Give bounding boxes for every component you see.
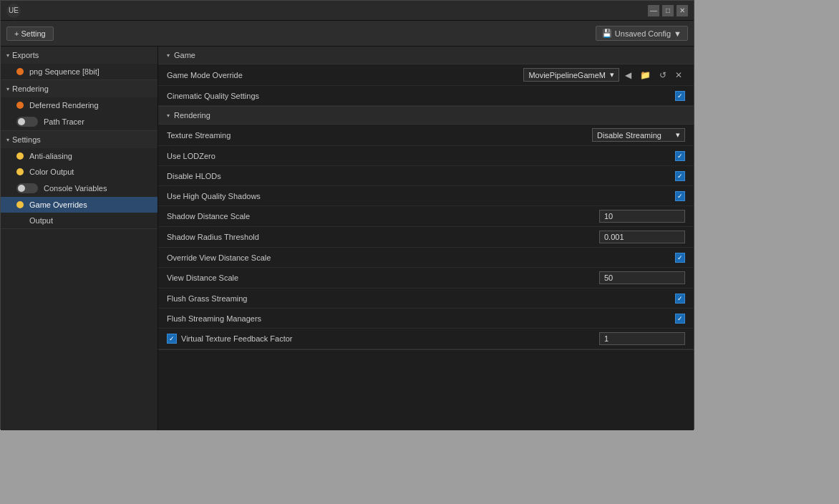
- toolbar: + Setting 💾 Unsaved Config ▼: [1, 21, 694, 47]
- disable-hlods-checkbox[interactable]: ✓: [675, 171, 685, 181]
- game-chevron-icon: ▾: [167, 52, 170, 59]
- flush-grass-streaming-control: ✓: [675, 294, 685, 304]
- rendering-section-header-right[interactable]: ▾ Rendering: [158, 107, 694, 125]
- add-setting-button[interactable]: + Setting: [6, 26, 54, 41]
- png-sequence-dot-icon: [16, 68, 24, 75]
- flush-grass-streaming-checkbox[interactable]: ✓: [675, 294, 685, 304]
- use-lodzero-row: Use LODZero ✓: [158, 146, 694, 166]
- settings-chevron-icon: ▾: [6, 137, 9, 143]
- rendering-chevron-icon: ▾: [6, 86, 9, 92]
- shadow-distance-scale-input[interactable]: [599, 210, 685, 223]
- dropdown-arrow-icon: ▾: [676, 130, 680, 140]
- virtual-texture-feedback-factor-row: ✓ Virtual Texture Feedback Factor: [158, 329, 694, 349]
- sidebar-item-game-overrides[interactable]: Game Overrides: [1, 197, 157, 213]
- nav-folder-button[interactable]: 📁: [637, 69, 654, 82]
- dropdown-arrow-icon: ▼: [674, 29, 682, 38]
- rendering-section-header[interactable]: ▾ Rendering: [1, 80, 157, 97]
- minimize-button[interactable]: —: [648, 5, 659, 16]
- flush-grass-streaming-row: Flush Grass Streaming ✓: [158, 289, 694, 309]
- nav-back-button[interactable]: ◀: [622, 69, 634, 82]
- title-bar-controls: — □ ✕: [648, 5, 688, 16]
- game-mode-dropdown[interactable]: MoviePipelineGameM ▾: [523, 68, 619, 82]
- nav-refresh-button[interactable]: ↺: [656, 69, 669, 82]
- exports-section: ▾ Exports png Sequence [8bit]: [1, 47, 157, 80]
- use-lodzero-checkbox[interactable]: ✓: [675, 151, 685, 161]
- sidebar-item-anti-aliasing[interactable]: Anti-aliasing: [1, 148, 157, 164]
- anti-aliasing-dot-icon: [16, 152, 24, 160]
- game-section-header[interactable]: ▾ Game: [158, 47, 694, 64]
- sidebar-item-path-tracer[interactable]: Path Tracer: [1, 113, 157, 130]
- sidebar: ▾ Exports png Sequence [8bit] ▾ Renderin…: [1, 47, 158, 430]
- sidebar-item-console-variables[interactable]: Console Variables: [1, 180, 157, 197]
- cinematic-quality-checkbox[interactable]: ✓: [675, 91, 685, 101]
- game-panel-section: ▾ Game Game Mode Override MoviePipelineG…: [158, 47, 694, 107]
- disable-hlods-row: Disable HLODs ✓: [158, 166, 694, 186]
- sidebar-item-color-output[interactable]: Color Output: [1, 164, 157, 180]
- view-distance-scale-input[interactable]: [599, 271, 685, 284]
- flush-streaming-managers-row: Flush Streaming Managers ✓: [158, 309, 694, 329]
- disable-hlods-control: ✓: [675, 171, 685, 181]
- virtual-texture-feedback-factor-control: [599, 332, 685, 345]
- view-distance-scale-row: View Distance Scale: [158, 268, 694, 289]
- sidebar-item-output[interactable]: Output: [1, 213, 157, 228]
- toolbar-right: 💾 Unsaved Config ▼: [596, 26, 688, 41]
- title-bar-left: UE: [6, 4, 21, 18]
- color-output-dot-icon: [16, 168, 24, 175]
- title-bar: UE — □ ✕: [1, 1, 694, 21]
- virtual-texture-feedback-factor-input[interactable]: [599, 332, 685, 345]
- sidebar-item-png-sequence[interactable]: png Sequence [8bit]: [1, 64, 157, 79]
- use-high-quality-shadows-checkbox[interactable]: ✓: [675, 191, 685, 201]
- texture-streaming-row: Texture Streaming Disable Streaming ▾: [158, 125, 694, 146]
- deferred-rendering-dot-icon: [16, 102, 24, 109]
- close-button[interactable]: ✕: [676, 5, 688, 16]
- texture-streaming-dropdown[interactable]: Disable Streaming ▾: [592, 128, 685, 142]
- cinematic-quality-row: Cinematic Quality Settings ✓: [158, 86, 694, 106]
- override-view-distance-scale-row: Override View Distance Scale ✓: [158, 248, 694, 268]
- shadow-distance-scale-row: Shadow Distance Scale: [158, 206, 694, 227]
- game-mode-control: MoviePipelineGameM ▾ ◀ 📁 ↺ ✕: [523, 68, 685, 82]
- toolbar-left: + Setting: [6, 26, 54, 41]
- main-window: UE — □ ✕ + Setting 💾 Unsaved Config ▼: [0, 0, 694, 430]
- path-tracer-toggle[interactable]: [16, 117, 38, 127]
- exports-section-header[interactable]: ▾ Exports: [1, 47, 157, 64]
- game-overrides-dot-icon: [16, 201, 24, 208]
- texture-streaming-control: Disable Streaming ▾: [592, 128, 685, 142]
- shadow-distance-scale-control: [599, 210, 685, 223]
- sidebar-item-deferred-rendering[interactable]: Deferred Rendering: [1, 97, 157, 113]
- override-view-distance-scale-control: ✓: [675, 253, 685, 263]
- override-view-distance-scale-checkbox[interactable]: ✓: [675, 253, 685, 263]
- settings-section-header[interactable]: ▾ Settings: [1, 131, 157, 148]
- shadow-radius-threshold-row: Shadow Radius Threshold: [158, 227, 694, 248]
- maximize-button[interactable]: □: [662, 5, 674, 16]
- nav-close-button[interactable]: ✕: [672, 69, 685, 82]
- flush-streaming-managers-control: ✓: [675, 314, 685, 324]
- rendering-chevron-icon: ▾: [167, 112, 170, 119]
- flush-streaming-managers-checkbox[interactable]: ✓: [675, 314, 685, 324]
- exports-chevron-icon: ▾: [6, 52, 9, 59]
- unsaved-config-button[interactable]: 💾 Unsaved Config ▼: [596, 26, 688, 41]
- shadow-radius-threshold-control: [599, 231, 685, 243]
- ue-logo: UE: [6, 4, 21, 18]
- use-high-quality-shadows-control: ✓: [675, 191, 685, 201]
- virtual-texture-feedback-factor-enable-checkbox[interactable]: ✓: [167, 334, 177, 344]
- dropdown-arrow-icon: ▾: [610, 70, 614, 79]
- use-high-quality-shadows-row: Use High Quality Shadows ✓: [158, 186, 694, 206]
- console-variables-toggle[interactable]: [16, 183, 38, 193]
- game-mode-override-row: Game Mode Override MoviePipelineGameM ▾ …: [158, 64, 694, 86]
- rendering-panel-section: ▾ Rendering Texture Streaming Disable St…: [158, 107, 694, 350]
- main-content: ▾ Exports png Sequence [8bit] ▾ Renderin…: [1, 47, 694, 430]
- use-lodzero-control: ✓: [675, 151, 685, 161]
- cinematic-quality-control: ✓: [675, 91, 685, 101]
- save-icon: 💾: [602, 29, 612, 38]
- view-distance-scale-control: [599, 271, 685, 284]
- shadow-radius-threshold-input[interactable]: [599, 231, 685, 243]
- settings-section: ▾ Settings Anti-aliasing Color Output Co…: [1, 131, 157, 229]
- rendering-section: ▾ Rendering Deferred Rendering Path Trac…: [1, 80, 157, 131]
- right-panel: ▾ Game Game Mode Override MoviePipelineG…: [158, 47, 694, 430]
